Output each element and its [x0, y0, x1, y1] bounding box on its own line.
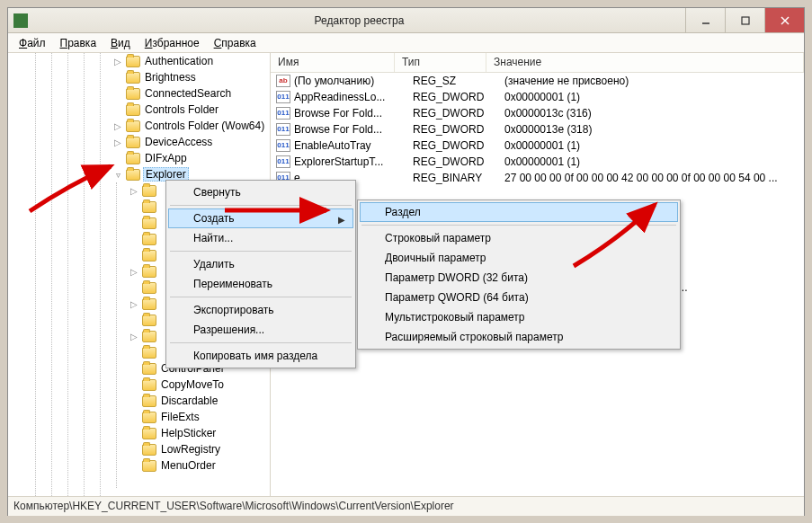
- value-type: REG_DWORD: [413, 107, 504, 120]
- tree-node[interactable]: FileExts: [8, 409, 270, 425]
- value-type-icon: 011: [276, 123, 290, 136]
- value-type-icon: 011: [276, 91, 290, 103]
- context-menu: Свернуть Создать▶ Найти... Удалить Переи…: [165, 180, 356, 368]
- folder-icon: [126, 72, 140, 84]
- value-type-icon: 011: [276, 155, 290, 168]
- tree-label: ConnectedSearch: [143, 87, 233, 100]
- expand-icon[interactable]: ▷: [112, 57, 123, 66]
- close-button[interactable]: [764, 8, 804, 32]
- folder-icon: [126, 88, 140, 100]
- folder-icon: [126, 153, 140, 164]
- tree-node[interactable]: ▷Authentication: [8, 53, 270, 69]
- expand-icon[interactable]: ▷: [129, 332, 139, 341]
- value-row[interactable]: 011Browse For Fold...REG_DWORD0x0000013e…: [271, 121, 804, 137]
- col-value[interactable]: Значение: [486, 53, 804, 72]
- menu-help[interactable]: Справка: [207, 35, 263, 51]
- folder-icon: [142, 266, 156, 278]
- menu-edit[interactable]: Правка: [53, 35, 104, 51]
- tree-label: CopyMoveTo: [159, 378, 226, 391]
- col-type[interactable]: Тип: [395, 53, 486, 72]
- tree-node[interactable]: Brightness: [8, 69, 270, 85]
- tree-node[interactable]: ▷DeviceAccess: [8, 134, 270, 150]
- window-title: Редактор реестра: [33, 14, 685, 27]
- col-name[interactable]: Имя: [271, 53, 395, 72]
- menu-file[interactable]: Файл: [12, 35, 53, 51]
- ctx-new-binary[interactable]: Двоичный параметр: [360, 248, 678, 268]
- tree-node[interactable]: Controls Folder: [8, 102, 270, 118]
- value-row[interactable]: 011ExplorerStartupT...REG_DWORD0x0000000…: [271, 154, 804, 170]
- tree-node[interactable]: ConnectedSearch: [8, 85, 270, 102]
- tree-node[interactable]: MenuOrder: [8, 457, 270, 474]
- menubar: Файл Правка Вид Избранное Справка: [8, 33, 804, 53]
- folder-icon: [142, 412, 156, 423]
- tree-label: Authentication: [143, 55, 215, 67]
- expand-icon[interactable]: ▷: [112, 121, 123, 131]
- ctx-new-key[interactable]: Раздел: [360, 202, 678, 222]
- tree-label: Controls Folder: [143, 103, 220, 116]
- ctx-find[interactable]: Найти...: [168, 228, 353, 248]
- tree-node[interactable]: ▷Controls Folder (Wow64): [8, 118, 270, 134]
- value-type: REG_BINARY: [413, 172, 504, 184]
- tree-label: Controls Folder (Wow64): [143, 120, 266, 132]
- value-row[interactable]: ab(По умолчанию)REG_SZ(значение не присв…: [271, 73, 804, 89]
- tree-node[interactable]: LowRegistry: [8, 441, 270, 457]
- ctx-delete[interactable]: Удалить: [168, 254, 353, 274]
- value-type: REG_SZ: [413, 75, 504, 87]
- value-data: 0x00000001 (1): [504, 91, 804, 103]
- ctx-new-multistring[interactable]: Мультистроковый параметр: [360, 307, 678, 327]
- ctx-collapse[interactable]: Свернуть: [168, 182, 353, 202]
- expand-icon[interactable]: ▷: [129, 186, 139, 196]
- value-row[interactable]: 011AppReadinessLo...REG_DWORD0x00000001 …: [271, 89, 804, 105]
- value-row[interactable]: 011EnableAutoTrayREG_DWORD0x00000001 (1): [271, 137, 804, 154]
- value-data: (значение не присвоено): [504, 75, 804, 87]
- svg-rect-1: [742, 17, 749, 24]
- value-data: 0x00000001 (1): [504, 155, 804, 168]
- value-row[interactable]: 011Browse For Fold...REG_DWORD0x0000013c…: [271, 105, 804, 121]
- tree-label: MenuOrder: [159, 459, 218, 472]
- expand-icon[interactable]: ▷: [129, 299, 139, 309]
- expand-icon[interactable]: ▿: [112, 170, 123, 180]
- value-data: 0x00000001 (1): [504, 139, 804, 152]
- ctx-rename[interactable]: Переименовать: [168, 274, 353, 294]
- folder-icon: [142, 444, 156, 456]
- tree-node[interactable]: Discardable: [8, 393, 270, 409]
- folder-icon: [142, 395, 156, 407]
- value-type-icon: ab: [276, 75, 290, 87]
- folder-icon: [142, 298, 156, 310]
- folder-icon: [142, 201, 156, 213]
- folder-icon: [142, 234, 156, 245]
- ctx-export[interactable]: Экспортировать: [168, 300, 353, 320]
- menu-view[interactable]: Вид: [103, 35, 138, 51]
- folder-icon: [142, 282, 156, 294]
- list-header: Имя Тип Значение: [271, 53, 804, 73]
- minimize-button[interactable]: [685, 8, 725, 32]
- expand-icon[interactable]: ▷: [112, 137, 123, 147]
- ctx-perms[interactable]: Разрешения...: [168, 320, 353, 340]
- tree-node[interactable]: DIFxApp: [8, 150, 270, 166]
- value-name: Browse For Fold...: [294, 123, 413, 136]
- tree-node[interactable]: CopyMoveTo: [8, 377, 270, 393]
- menu-fav[interactable]: Избранное: [138, 35, 207, 51]
- value-data: 27 00 00 00 0f 00 00 00 42 00 00 00 0f 0…: [504, 172, 804, 184]
- value-type-icon: 011: [276, 107, 290, 120]
- tree-node[interactable]: HelpSticker: [8, 425, 270, 441]
- ctx-create[interactable]: Создать▶: [168, 208, 353, 228]
- ctx-new-dword[interactable]: Параметр DWORD (32 бита): [360, 268, 678, 288]
- folder-icon: [142, 217, 156, 229]
- folder-icon: [142, 363, 156, 375]
- ctx-new-string[interactable]: Строковый параметр: [360, 228, 678, 248]
- value-name: (По умолчанию): [294, 75, 413, 87]
- value-type: REG_DWORD: [413, 91, 504, 103]
- expand-icon[interactable]: ▷: [129, 267, 139, 277]
- titlebar: Редактор реестра: [8, 8, 804, 33]
- maximize-button[interactable]: [725, 8, 764, 32]
- tree-label: DIFxApp: [143, 152, 189, 164]
- tree-label: Brightness: [143, 71, 198, 84]
- ctx-new-qword[interactable]: Параметр QWORD (64 бита): [360, 288, 678, 307]
- context-submenu-create: Раздел Строковый параметр Двоичный парам…: [357, 199, 681, 350]
- folder-icon: [126, 56, 140, 67]
- ctx-new-expandstring[interactable]: Расширяемый строковый параметр: [360, 327, 678, 347]
- value-type: REG_DWORD: [413, 123, 504, 136]
- ctx-copy[interactable]: Копировать имя раздела: [168, 346, 353, 366]
- tree-label: LowRegistry: [159, 443, 222, 456]
